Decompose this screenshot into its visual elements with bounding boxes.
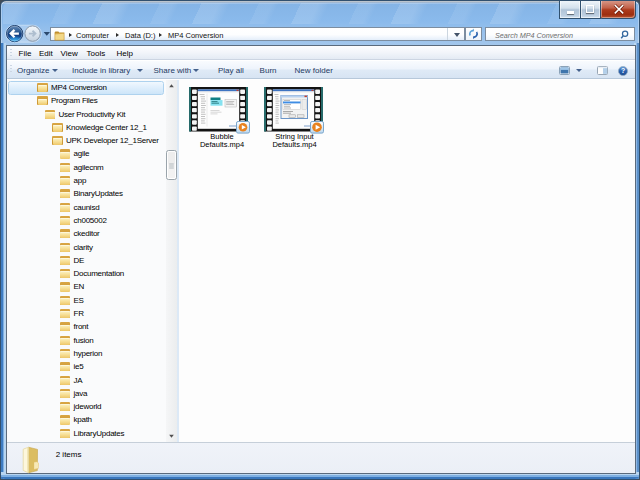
svg-text:?: ? bbox=[620, 67, 624, 74]
